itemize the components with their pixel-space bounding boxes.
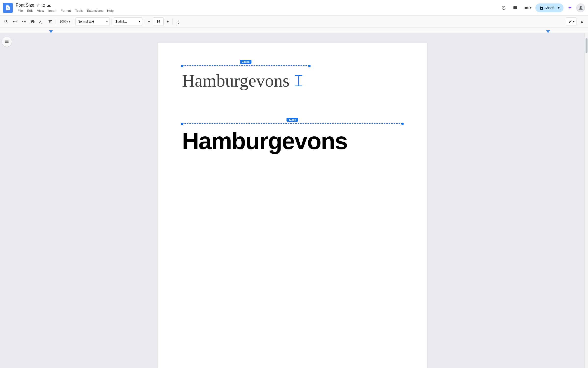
history-button[interactable]: [499, 3, 508, 13]
text-content-1: Hamburgevons: [182, 70, 290, 91]
main-area: 235px Hamburgevons 𝙸: [0, 33, 588, 368]
share-dropdown-arrow[interactable]: ▾: [555, 4, 563, 12]
measurement-label-2: 422px: [286, 118, 298, 122]
meet-button[interactable]: ▾: [522, 3, 533, 13]
menu-view[interactable]: View: [35, 8, 46, 13]
top-right-controls: ▾ Share ▾ ✦: [499, 3, 585, 13]
font-chevron-icon: ▾: [139, 20, 140, 23]
zoom-selector[interactable]: 100% ▾: [58, 17, 72, 26]
collapse-toolbar-button[interactable]: ▲: [578, 17, 586, 26]
undo-button[interactable]: [11, 17, 19, 26]
style-label: Normal text: [78, 20, 94, 23]
search-button[interactable]: [2, 17, 10, 26]
user-avatar[interactable]: [576, 3, 585, 12]
toolbar: A 100% ▾ Normal text ▾ Stalini… ▾ − + ⋮ …: [0, 16, 588, 27]
edit-mode-button[interactable]: ▾: [566, 17, 577, 26]
cloud-icon[interactable]: ☁: [47, 2, 51, 8]
font-label: Stalini…: [115, 20, 127, 23]
font-selector[interactable]: Stalini… ▾: [113, 17, 142, 26]
paint-format-button[interactable]: [46, 17, 54, 26]
text-line-2[interactable]: Hamburgevons: [182, 123, 403, 159]
menu-insert[interactable]: Insert: [46, 8, 58, 13]
text-line-1[interactable]: Hamburgevons 𝙸: [182, 65, 403, 96]
zoom-value: 100%: [60, 20, 68, 23]
menu-extensions[interactable]: Extensions: [85, 8, 105, 13]
gemini-button[interactable]: ✦: [565, 3, 574, 12]
separator-4: [144, 19, 144, 25]
sidebar-toggle-button[interactable]: [2, 37, 12, 47]
scrollbar[interactable]: [585, 33, 588, 368]
svg-point-3: [580, 6, 582, 8]
separator-1: [56, 19, 56, 25]
ruler-left-indent[interactable]: [49, 30, 53, 33]
doc-info: Font Size ☆ 🗂 ☁ File Edit View Insert Fo…: [16, 2, 116, 13]
menu-format[interactable]: Format: [59, 8, 73, 13]
measurement-label-1: 235px: [240, 60, 251, 64]
doc-area: 235px Hamburgevons 𝙸: [0, 33, 585, 368]
more-options-button[interactable]: ⋮: [174, 17, 183, 26]
print-button[interactable]: [28, 17, 37, 26]
menu-tools[interactable]: Tools: [73, 8, 85, 13]
star-icon[interactable]: ☆: [36, 2, 40, 8]
selection-dot-right-2: [401, 123, 404, 125]
ruler-right-indent[interactable]: [546, 30, 550, 33]
top-bar: Font Size ☆ 🗂 ☁ File Edit View Insert Fo…: [0, 0, 588, 16]
menu-file[interactable]: File: [16, 8, 25, 13]
font-size-decrease-button[interactable]: −: [146, 18, 152, 25]
spell-check-button[interactable]: A: [37, 17, 46, 26]
text-cursor-icon: 𝙸: [293, 72, 305, 89]
font-size-input[interactable]: [153, 17, 164, 26]
style-selector[interactable]: Normal text ▾: [75, 17, 110, 26]
menu-edit[interactable]: Edit: [25, 8, 35, 13]
scrollbar-thumb[interactable]: [586, 38, 588, 53]
doc-page: 235px Hamburgevons 𝙸: [158, 43, 427, 368]
separator-3: [111, 19, 111, 25]
doc-menu: File Edit View Insert Format Tools Exten…: [16, 8, 116, 13]
folder-icon[interactable]: 🗂: [41, 3, 46, 8]
separator-5: [172, 19, 173, 25]
zoom-chevron-icon: ▾: [69, 20, 70, 23]
style-chevron-icon: ▾: [106, 20, 108, 23]
app-icon[interactable]: [3, 3, 13, 13]
doc-title[interactable]: Font Size: [16, 3, 34, 8]
title-icons: ☆ 🗂 ☁: [36, 2, 51, 8]
separator-2: [74, 19, 74, 25]
comments-button[interactable]: [510, 3, 520, 13]
font-size-control: − +: [146, 17, 171, 26]
share-label: Share: [545, 6, 554, 10]
share-button[interactable]: Share ▾: [535, 3, 564, 12]
font-size-increase-button[interactable]: +: [164, 18, 171, 25]
text-content-2: Hamburgevons: [182, 128, 347, 154]
redo-button[interactable]: [20, 17, 28, 26]
menu-help[interactable]: Help: [105, 8, 116, 13]
ruler: [0, 27, 588, 33]
